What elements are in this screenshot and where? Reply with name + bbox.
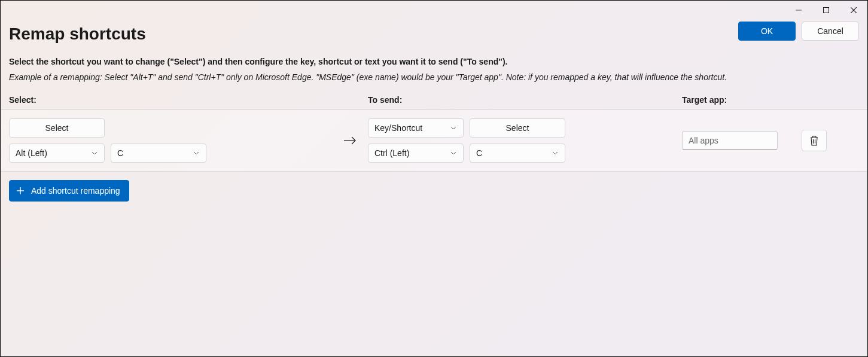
source-modifier-dropdown[interactable]: Alt (Left) (9, 144, 105, 163)
column-headers: Select: To send: Target app: (1, 82, 867, 109)
instruction-primary: Select the shortcut you want to change (… (9, 57, 859, 66)
dest-modifier-dropdown[interactable]: Ctrl (Left) (368, 144, 464, 163)
cancel-button[interactable]: Cancel (802, 22, 859, 41)
delete-row-button[interactable] (802, 130, 827, 151)
chevron-down-icon (91, 149, 98, 157)
minimize-button[interactable] (785, 1, 812, 20)
add-row: Add shortcut remapping (1, 172, 867, 210)
close-button[interactable] (840, 1, 867, 20)
add-shortcut-label: Add shortcut remapping (31, 186, 120, 196)
maximize-icon (823, 7, 829, 13)
source-select-button[interactable]: Select (9, 118, 105, 138)
dest-select-button[interactable]: Select (470, 118, 565, 138)
svg-rect-1 (824, 8, 829, 13)
send-type-dropdown[interactable]: Key/Shortcut (368, 118, 464, 138)
column-header-target: Target app: (682, 95, 859, 105)
chevron-down-icon (450, 149, 457, 157)
trash-icon (809, 135, 819, 146)
select-area: Select Alt (Left) C (9, 118, 332, 163)
tosend-area: Key/Shortcut Select Ctrl (Left) C (368, 118, 682, 163)
source-modifier-value: Alt (Left) (16, 148, 47, 158)
chevron-down-icon (193, 149, 200, 157)
target-area (682, 130, 859, 151)
mapping-row: Select Alt (Left) C Key/S (1, 109, 867, 172)
column-header-select: Select: (9, 95, 368, 105)
window-controls (785, 1, 867, 20)
source-key-dropdown[interactable]: C (111, 144, 206, 163)
plus-icon (16, 186, 25, 196)
instruction-example: Example of a remapping: Select "Alt+T" a… (9, 72, 859, 82)
dest-key-value: C (476, 148, 482, 158)
dest-key-dropdown[interactable]: C (470, 144, 565, 163)
chevron-down-icon (552, 149, 559, 157)
close-icon (851, 7, 857, 13)
dest-modifier-value: Ctrl (Left) (374, 148, 409, 158)
target-app-input[interactable] (682, 131, 778, 150)
arrow-right-icon (343, 136, 357, 145)
send-type-value: Key/Shortcut (374, 123, 422, 133)
column-header-tosend: To send: (368, 95, 682, 105)
action-buttons: OK Cancel (738, 22, 859, 41)
maximize-button[interactable] (812, 1, 840, 20)
add-shortcut-button[interactable]: Add shortcut remapping (9, 180, 129, 202)
arrow-area (332, 136, 368, 145)
page-title: Remap shortcuts (9, 25, 146, 44)
header-row: Remap shortcuts OK Cancel (1, 1, 867, 44)
source-key-value: C (117, 148, 123, 158)
chevron-down-icon (450, 124, 457, 132)
instructions: Select the shortcut you want to change (… (1, 44, 867, 82)
minimize-icon (796, 7, 802, 13)
ok-button[interactable]: OK (738, 22, 796, 41)
